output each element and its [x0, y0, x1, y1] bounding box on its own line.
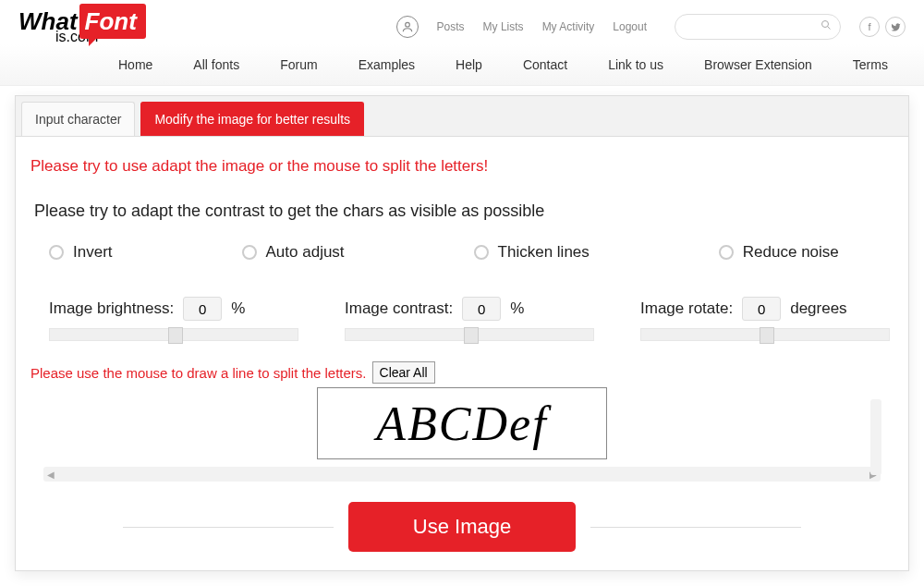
brightness-group: Image brightness: % [49, 297, 298, 341]
divider-line [590, 527, 801, 528]
tab-input-character[interactable]: Input character [21, 102, 135, 136]
main-nav: Home All fonts Forum Examples Help Conta… [0, 44, 924, 86]
rotate-unit: degrees [790, 299, 846, 318]
rotate-group: Image rotate: degrees [640, 297, 890, 341]
horizontal-scrollbar[interactable]: ◀▶ [43, 467, 881, 482]
rotate-slider[interactable] [640, 328, 890, 341]
radio-thicken-lines[interactable]: Thicken lines [474, 243, 590, 262]
top-link-logout[interactable]: Logout [613, 20, 647, 33]
radio-circle-icon [474, 245, 489, 260]
slider-handle[interactable] [760, 327, 774, 344]
radio-invert[interactable]: Invert [49, 243, 113, 262]
top-link-mylists[interactable]: My Lists [483, 20, 524, 33]
radio-reduce-noise-label: Reduce noise [743, 243, 839, 262]
search-icon[interactable] [821, 19, 832, 33]
contrast-slider[interactable] [345, 328, 594, 341]
contrast-instruction-text: Please try to adapt the contrast to get … [30, 201, 894, 221]
logo-text-font: Font [79, 4, 146, 39]
slider-handle[interactable] [168, 327, 183, 344]
tab-modify-image[interactable]: Modify the image for better results [140, 102, 364, 136]
rotate-input[interactable] [742, 297, 781, 321]
svg-line-2 [828, 27, 831, 30]
radio-invert-label: Invert [73, 243, 113, 262]
nav-browserext[interactable]: Browser Extension [704, 57, 812, 72]
user-avatar-icon[interactable] [396, 16, 419, 38]
vertical-scrollbar[interactable] [870, 399, 881, 475]
split-warning-text: Please try to use adapt the image or the… [30, 157, 894, 176]
sample-image[interactable]: ABCDef [317, 387, 607, 459]
nav-allfonts[interactable]: All fonts [193, 57, 239, 72]
site-logo[interactable]: WhatFont is.com [18, 9, 146, 44]
nav-examples[interactable]: Examples [359, 57, 415, 72]
use-image-button[interactable]: Use Image [348, 502, 576, 552]
radio-circle-icon [49, 245, 64, 260]
social-links: f [859, 17, 906, 37]
twitter-icon[interactable] [885, 17, 906, 37]
radio-auto-adjust[interactable]: Auto adjust [242, 243, 345, 262]
contrast-input[interactable] [462, 297, 501, 321]
brightness-input[interactable] [183, 297, 222, 321]
top-link-posts[interactable]: Posts [437, 20, 465, 33]
radio-thicken-label: Thicken lines [498, 243, 590, 262]
radio-row: Invert Auto adjust Thicken lines Reduce … [30, 243, 894, 262]
clear-all-button[interactable]: Clear All [372, 361, 435, 384]
tab-bar: Input character Modify the image for bet… [16, 96, 908, 137]
sliders-row: Image brightness: % Image contrast: % [30, 297, 894, 341]
image-canvas-area[interactable]: ABCDef ◀▶ [43, 387, 881, 482]
top-links: Posts My Lists My Activity Logout [437, 20, 647, 33]
top-link-myactivity[interactable]: My Activity [542, 20, 595, 33]
nav-home[interactable]: Home [118, 57, 152, 72]
search-container [675, 14, 841, 40]
radio-circle-icon [719, 245, 734, 260]
slider-handle[interactable] [464, 327, 479, 344]
nav-linktous[interactable]: Link to us [608, 57, 663, 72]
radio-reduce-noise[interactable]: Reduce noise [719, 243, 839, 262]
scroll-left-icon[interactable]: ◀ [47, 470, 55, 480]
main-panel: Input character Modify the image for bet… [15, 95, 909, 571]
search-input[interactable] [675, 14, 841, 40]
brightness-slider[interactable] [49, 328, 298, 341]
facebook-icon[interactable]: f [859, 17, 880, 37]
contrast-group: Image contrast: % [345, 297, 594, 341]
brightness-label: Image brightness: [49, 299, 174, 318]
nav-forum[interactable]: Forum [280, 57, 317, 72]
brightness-unit: % [231, 299, 245, 318]
radio-circle-icon [242, 245, 257, 260]
contrast-unit: % [510, 299, 524, 318]
draw-line-text: Please use the mouse to draw a line to s… [30, 365, 367, 381]
nav-help[interactable]: Help [456, 57, 482, 72]
svg-point-0 [405, 22, 409, 27]
nav-terms[interactable]: Terms [853, 57, 888, 72]
divider-line [123, 527, 334, 528]
nav-contact[interactable]: Contact [523, 57, 567, 72]
svg-point-1 [822, 21, 829, 28]
contrast-label: Image contrast: [345, 299, 453, 318]
radio-auto-adjust-label: Auto adjust [266, 243, 345, 262]
rotate-label: Image rotate: [640, 299, 733, 318]
